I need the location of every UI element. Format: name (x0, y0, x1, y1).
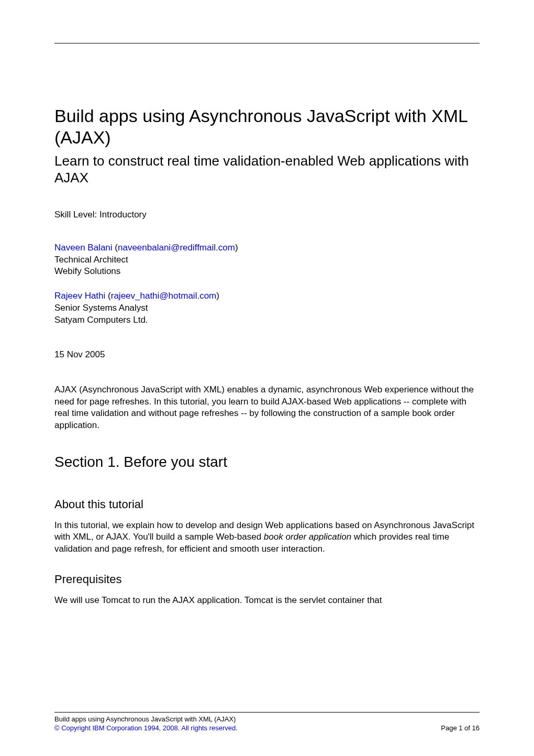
author-org-2: Satyam Computers Ltd. (54, 314, 480, 326)
page-number: Page 1 of 16 (441, 724, 480, 733)
author-name-link-1[interactable]: Naveen Balani (54, 243, 113, 253)
page-title: Build apps using Asynchronous JavaScript… (54, 105, 480, 148)
paren-close: ) (216, 291, 219, 301)
author-block-1: Naveen Balani (naveenbalani@rediffmail.c… (54, 242, 480, 278)
section-1-heading: Section 1. Before you start (54, 454, 480, 470)
author-role-2: Senior Systems Analyst (54, 302, 480, 314)
author-name-link-2[interactable]: Rajeev Hathi (54, 291, 105, 301)
publication-date: 15 Nov 2005 (54, 349, 480, 360)
about-paragraph: In this tutorial, we explain how to deve… (54, 520, 480, 555)
author-role-1: Technical Architect (54, 254, 480, 266)
prereq-heading: Prerequisites (54, 573, 480, 586)
footer: Build apps using Asynchronous JavaScript… (54, 712, 480, 733)
author-block-2: Rajeev Hathi (rajeev_hathi@hotmail.com) … (54, 290, 480, 326)
about-para-italic: book order application (264, 532, 351, 542)
footer-rule (54, 712, 480, 713)
top-rule (54, 43, 480, 43)
page-subtitle: Learn to construct real time validation-… (54, 152, 480, 187)
abstract-paragraph: AJAX (Asynchronous JavaScript with XML) … (54, 384, 480, 431)
author-org-1: Webify Solutions (54, 266, 480, 278)
prereq-paragraph: We will use Tomcat to run the AJAX appli… (54, 595, 480, 607)
author-email-link-2[interactable]: rajeev_hathi@hotmail.com (111, 291, 217, 301)
footer-copyright-link[interactable]: © Copyright IBM Corporation 1994, 2008. … (54, 724, 238, 732)
about-heading: About this tutorial (54, 498, 480, 511)
footer-title: Build apps using Asynchronous JavaScript… (54, 715, 238, 724)
paren-close: ) (235, 243, 238, 253)
skill-level: Skill Level: Introductory (54, 210, 480, 220)
author-email-link-1[interactable]: naveenbalani@rediffmail.com (118, 243, 235, 253)
